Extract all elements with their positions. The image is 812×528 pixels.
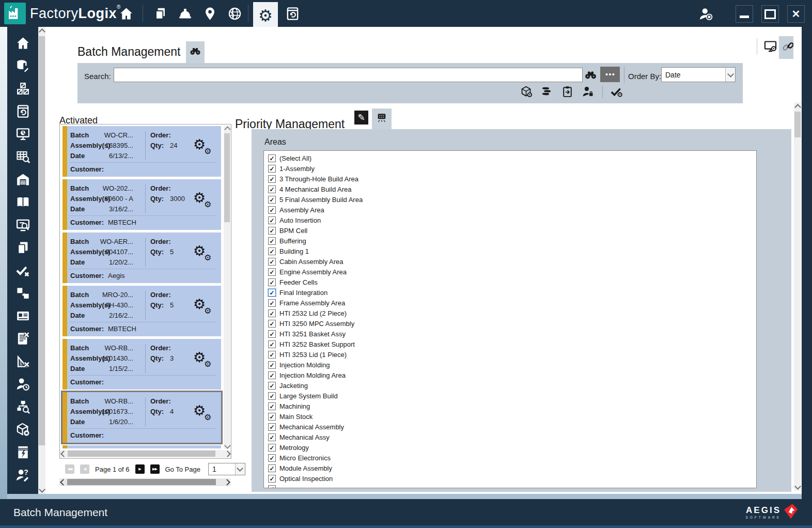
area-row[interactable]: ✓HTI 3251 Basket Assy bbox=[267, 329, 756, 339]
area-row[interactable]: ✓1-Assembly bbox=[267, 164, 756, 174]
area-checkbox[interactable]: ✓ bbox=[268, 402, 276, 410]
batch-gears-icon[interactable]: ⚙⚙ bbox=[193, 349, 217, 373]
last-page-button[interactable]: ▶▶ bbox=[150, 464, 160, 474]
area-checkbox[interactable]: ✓ bbox=[268, 371, 276, 379]
area-checkbox[interactable]: ✓ bbox=[268, 330, 276, 338]
sidebar-item-checklist-remove[interactable] bbox=[11, 332, 34, 347]
batch-card-5[interactable]: BatchWO-RB...Assembly(s)1101430...Date1/… bbox=[63, 339, 221, 390]
area-checkbox[interactable]: ✓ bbox=[268, 361, 276, 369]
scroll-down-icon[interactable] bbox=[38, 486, 45, 493]
batch-card-1[interactable]: BatchWO-CR...Assembly(s)168395...Date6/1… bbox=[63, 126, 221, 177]
area-row[interactable]: ✓Large System Build bbox=[267, 391, 756, 401]
scrollbar-thumb[interactable] bbox=[224, 133, 230, 222]
sidebar-item-torn-record[interactable] bbox=[11, 445, 34, 461]
area-row[interactable]: ✓Mechanical Assembly bbox=[267, 422, 756, 432]
area-checkbox[interactable]: ✓ bbox=[268, 154, 276, 162]
area-row[interactable]: ✓Injection Molding Area bbox=[267, 370, 756, 381]
scroll-right-icon[interactable] bbox=[224, 450, 231, 457]
area-checkbox[interactable]: ✓ bbox=[268, 382, 276, 390]
previous-page-button[interactable]: ◀ bbox=[80, 464, 89, 474]
area-row[interactable]: ✓Main Stock bbox=[267, 412, 756, 422]
area-row[interactable]: ✓Mechanical Assy bbox=[267, 432, 756, 443]
scrollbar-thumb[interactable] bbox=[39, 36, 45, 445]
next-page-button[interactable]: ▶ bbox=[135, 464, 145, 474]
batch-gears-icon[interactable]: ⚙⚙ bbox=[193, 136, 217, 160]
area-checkbox[interactable]: ✓ bbox=[268, 258, 276, 266]
scroll-up-icon[interactable] bbox=[224, 126, 231, 133]
area-row[interactable]: ✓Jacketing bbox=[267, 381, 756, 391]
scroll-down-icon[interactable] bbox=[224, 442, 231, 449]
minimize-button[interactable] bbox=[736, 5, 753, 23]
area-checkbox[interactable]: ✓ bbox=[268, 485, 276, 488]
scroll-left-icon[interactable] bbox=[59, 478, 67, 486]
area-row[interactable]: ✓HTI 3250 MPC Assembly bbox=[267, 319, 756, 329]
area-row[interactable]: ✓HTI 3253 Lid (1 Piece) bbox=[267, 350, 756, 360]
area-row[interactable]: ✓5 Final Assembly Build Area bbox=[267, 195, 756, 205]
area-checkbox[interactable]: ✓ bbox=[268, 185, 276, 193]
area-row[interactable]: ✓Micro Electronics bbox=[267, 453, 756, 463]
more-options-button[interactable] bbox=[600, 67, 620, 82]
batch-card-6[interactable]: BatchWO-RB...Assembly(s)1001673...Date1/… bbox=[63, 392, 221, 443]
home-icon[interactable] bbox=[117, 5, 135, 22]
scrollbar-thumb[interactable] bbox=[68, 451, 215, 457]
area-row[interactable]: ✓Metrology bbox=[267, 443, 756, 453]
globe-icon[interactable] bbox=[225, 5, 244, 22]
scroll-left-icon[interactable] bbox=[60, 450, 67, 457]
batch-card-2[interactable]: BatchWO-202...Assembly(s)80600 - ADate3/… bbox=[63, 179, 221, 230]
scrollbar-track[interactable] bbox=[794, 102, 801, 491]
factorylogix-logo[interactable] bbox=[4, 3, 26, 24]
batch-gears-icon[interactable]: ⚙⚙ bbox=[193, 402, 217, 426]
area-checkbox[interactable]: ✓ bbox=[268, 247, 276, 255]
area-row[interactable]: ✓BPM Cell bbox=[267, 226, 756, 236]
area-row-partial[interactable]: ✓ bbox=[267, 484, 756, 488]
content-vertical-scrollbar[interactable] bbox=[793, 27, 802, 494]
sidebar-item-id-card[interactable] bbox=[11, 309, 34, 324]
batch-card-3[interactable]: BatchWO-AER...Assembly(s)904107...Date1/… bbox=[63, 232, 221, 283]
area-row[interactable]: ✓Optical Inspection bbox=[267, 474, 756, 484]
hard-hat-icon[interactable] bbox=[176, 5, 194, 22]
area-row[interactable]: ✓Buffering bbox=[267, 236, 756, 246]
maximize-button[interactable] bbox=[761, 5, 779, 23]
area-checkbox[interactable]: ✓ bbox=[268, 289, 276, 297]
area-checkbox[interactable]: ✓ bbox=[268, 351, 276, 359]
area-row[interactable]: ✓Injection Molding bbox=[267, 360, 756, 370]
area-checkbox[interactable]: ✓ bbox=[268, 423, 276, 431]
area-row[interactable]: ✓4 Mechanical Build Area bbox=[267, 184, 756, 195]
copy-pages-icon[interactable] bbox=[151, 5, 169, 22]
location-pin-icon[interactable] bbox=[200, 5, 219, 22]
sidebar-item-box-transfer[interactable] bbox=[11, 286, 34, 302]
matrix-view-tab[interactable] bbox=[372, 108, 392, 129]
area-row[interactable]: ✓Cabin Assembly Area bbox=[267, 257, 756, 267]
sidebar-item-warehouse[interactable] bbox=[11, 173, 34, 188]
area-checkbox[interactable]: ✓ bbox=[268, 227, 276, 235]
sidebar-item-table-search[interactable] bbox=[11, 150, 34, 165]
search-view-tab[interactable] bbox=[186, 41, 205, 63]
area-row[interactable]: ✓Module Assembly bbox=[267, 463, 756, 474]
sidebar-item-monitor-dashboard[interactable] bbox=[11, 127, 34, 143]
area-checkbox[interactable]: ✓ bbox=[268, 278, 276, 286]
activated-horizontal-scrollbar[interactable] bbox=[60, 450, 231, 458]
sidebar-item-user-clock[interactable] bbox=[11, 377, 34, 393]
first-page-button[interactable]: ◀◀ bbox=[65, 464, 74, 474]
area-row[interactable]: ✓HTI 2532 Lid (2 Piece) bbox=[267, 308, 756, 319]
area-checkbox[interactable]: ✓ bbox=[268, 454, 276, 462]
scroll-right-icon[interactable] bbox=[223, 478, 230, 486]
search-input[interactable] bbox=[114, 68, 583, 82]
sidebar-item-cube-forward[interactable] bbox=[11, 423, 34, 438]
user-bag-icon[interactable] bbox=[582, 85, 595, 99]
area-row[interactable]: ✓(Select All) bbox=[267, 153, 756, 164]
book-history-icon[interactable] bbox=[280, 0, 305, 27]
area-checkbox[interactable]: ✓ bbox=[268, 165, 276, 173]
area-checkbox[interactable]: ✓ bbox=[268, 216, 276, 224]
area-checkbox[interactable]: ✓ bbox=[268, 237, 276, 245]
order-by-select[interactable]: Date bbox=[661, 67, 736, 82]
check-gear-icon[interactable] bbox=[610, 85, 623, 99]
gear-icon[interactable]: ⚙ bbox=[253, 2, 278, 29]
batch-gears-icon[interactable]: ⚙⚙ bbox=[193, 296, 217, 320]
sidebar-item-hierarchy-search[interactable] bbox=[11, 400, 34, 415]
area-row[interactable]: ✓Feeder Cells bbox=[267, 277, 756, 288]
batch-gears-icon[interactable]: ⚙⚙ bbox=[193, 243, 217, 267]
scroll-up-icon[interactable] bbox=[794, 103, 801, 111]
scrollbar-thumb[interactable] bbox=[67, 479, 216, 485]
close-button[interactable]: ✕ bbox=[787, 5, 805, 23]
